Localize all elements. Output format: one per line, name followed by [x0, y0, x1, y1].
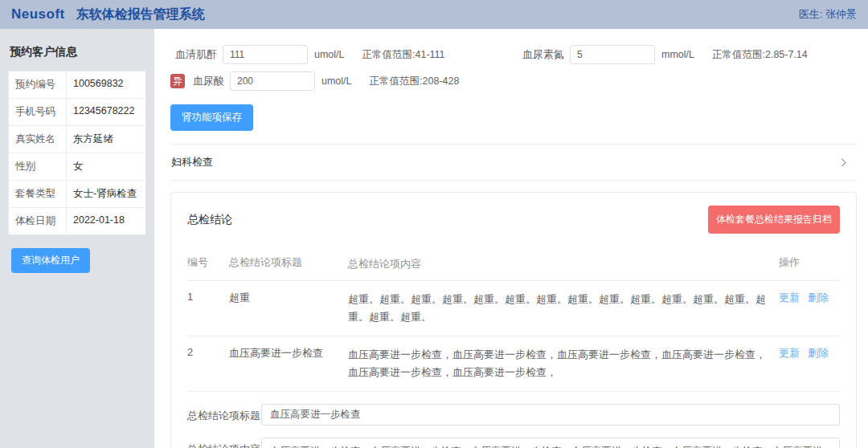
exam-date-value: 2022-01-18: [67, 208, 145, 234]
conclusion-panel-title: 总检结论: [187, 213, 232, 227]
lab-item-label: 血清肌酐: [170, 47, 217, 62]
col-header-title: 总检结论项标题: [229, 255, 348, 270]
lab-item-unit: mmol/L: [661, 49, 694, 60]
row-actions: 更新 删除: [779, 346, 840, 360]
info-label: 体检日期: [9, 208, 67, 234]
info-row-booking-no: 预约编号 100569832: [9, 71, 145, 99]
conclusion-table: 编号 总检结论项标题 总检结论项内容 操作 1 超重 超重。超重。超重。超重。超…: [187, 248, 840, 392]
row-no: 1: [187, 291, 229, 303]
phone-number-value: 12345678222: [67, 99, 145, 125]
collapse-label: 妇科检查: [171, 155, 213, 169]
lab-item-label: 血尿酸: [189, 74, 224, 88]
blood-urea-nitrogen-input[interactable]: [570, 45, 655, 64]
info-row-date: 体检日期 2022-01-18: [9, 208, 145, 234]
lab-item-blood-urea-nitrogen: 血尿素氮 mmol/L 正常值范围:2.85-7.14: [518, 45, 808, 64]
conclusion-panel: 总检结论 体检套餐总检结果报告归档 编号 总检结论项标题 总检结论项内容 操作 …: [170, 192, 857, 448]
lab-item-unit: umol/L: [314, 49, 345, 60]
col-header-actions: 操作: [779, 255, 840, 270]
row-no: 2: [187, 346, 229, 358]
lab-item-normal-range: 正常值范围:2.85-7.14: [712, 48, 808, 62]
col-header-content: 总检结论项内容: [348, 255, 779, 273]
table-row: 2 血压高要进一步检查 血压高要进一步检查，血压高要进一步检查，血压高要进一步检…: [187, 336, 840, 392]
info-label: 预约编号: [9, 71, 67, 98]
lab-item-unit: umol/L: [321, 75, 352, 87]
sidebar-title: 预约客户信息: [10, 45, 146, 59]
conclusion-content-label: 总检结论项内容: [187, 438, 261, 448]
lab-item-normal-range: 正常值范围:41-111: [362, 48, 445, 62]
info-label: 性别: [9, 153, 67, 180]
app-window: Neusoft 东软体检报告管理系统 医生: 张仲景 预约客户信息 预约编号 1…: [0, 0, 868, 448]
info-label: 手机号码: [9, 99, 67, 125]
delete-link[interactable]: 删除: [808, 346, 829, 360]
update-link[interactable]: 更新: [779, 346, 800, 360]
kidney-function-save-button[interactable]: 肾功能项保存: [170, 104, 253, 131]
real-name-value: 东方延绪: [67, 126, 145, 153]
row-conclusion-title: 超重: [229, 291, 348, 305]
customer-info-table: 预约编号 100569832 手机号码 12345678222 真实姓名 东方延…: [8, 71, 146, 235]
lab-item-label: 血尿素氮: [518, 47, 564, 62]
conclusion-panel-header: 总检结论 体检套餐总检结果报告归档: [187, 206, 840, 234]
row-conclusion-content: 血压高要进一步检查，血压高要进一步检查，血压高要进一步检查，血压高要进一步检查，…: [348, 346, 779, 381]
lab-item-blood-uric-acid: 异 血尿酸 umol/L 正常值范围:208-428: [170, 71, 518, 91]
blood-uric-acid-input[interactable]: [230, 71, 315, 91]
delete-link[interactable]: 删除: [808, 291, 829, 305]
gender-value: 女: [67, 153, 145, 180]
lab-item-normal-range: 正常值范围:208-428: [370, 75, 460, 88]
info-label: 真实姓名: [9, 126, 67, 153]
package-type-value: 女士-肾病检查: [67, 181, 145, 207]
info-label: 套餐类型: [9, 181, 67, 207]
conclusion-table-header: 编号 总检结论项标题 总检结论项内容 操作: [187, 248, 840, 281]
conclusion-title-input[interactable]: [261, 404, 840, 426]
query-exam-user-button[interactable]: 查询体检用户: [11, 248, 90, 273]
conclusion-title-form-row: 总检结论项标题: [187, 404, 840, 426]
booking-number-value: 100569832: [67, 71, 145, 98]
table-row: 1 超重 超重。超重。超重。超重。超重。超重。超重。超重。超重。超重。超重。超重…: [187, 281, 840, 336]
archive-report-button[interactable]: 体检套餐总检结果报告归档: [708, 206, 840, 234]
lab-row-2: 异 血尿酸 umol/L 正常值范围:208-428: [170, 71, 857, 91]
sidebar: 预约客户信息 预约编号 100569832 手机号码 12345678222 真…: [0, 29, 154, 448]
brand-logo: Neusoft: [11, 6, 65, 22]
doctor-label: 医生: 张仲景: [799, 7, 857, 22]
update-link[interactable]: 更新: [779, 291, 800, 305]
row-conclusion-content: 超重。超重。超重。超重。超重。超重。超重。超重。超重。超重。超重。超重。超重。超…: [348, 291, 779, 326]
conclusion-content-textarea[interactable]: 血压高要进一步检查，血压高要进一步检查，血压高要进一步检查，血压高要进一步检查，…: [261, 438, 840, 448]
info-row-package: 套餐类型 女士-肾病检查: [9, 181, 145, 208]
conclusion-title-label: 总检结论项标题: [187, 404, 261, 423]
collapse-gynecology-exam[interactable]: 妇科检查: [170, 144, 857, 181]
lab-row-1: 血清肌酐 umol/L 正常值范围:41-111 血尿素氮 mmol/L 正常值…: [170, 45, 857, 64]
row-actions: 更新 删除: [779, 291, 840, 305]
abnormal-badge: 异: [170, 74, 185, 88]
info-row-gender: 性别 女: [9, 153, 145, 181]
col-header-no: 编号: [187, 255, 229, 270]
main-content: 血清肌酐 umol/L 正常值范围:41-111 血尿素氮 mmol/L 正常值…: [154, 29, 868, 448]
chevron-right-icon: [838, 157, 849, 168]
app-title: 东软体检报告管理系统: [76, 6, 205, 23]
row-conclusion-title: 血压高要进一步检查: [229, 346, 348, 360]
info-row-name: 真实姓名 东方延绪: [9, 126, 145, 153]
info-row-phone: 手机号码 12345678222: [9, 99, 145, 126]
app-header: Neusoft 东软体检报告管理系统 医生: 张仲景: [0, 0, 868, 29]
lab-item-serum-creatinine: 血清肌酐 umol/L 正常值范围:41-111: [170, 45, 518, 64]
serum-creatinine-input[interactable]: [223, 45, 308, 64]
conclusion-content-form-row: 总检结论项内容 血压高要进一步检查，血压高要进一步检查，血压高要进一步检查，血压…: [187, 438, 840, 448]
